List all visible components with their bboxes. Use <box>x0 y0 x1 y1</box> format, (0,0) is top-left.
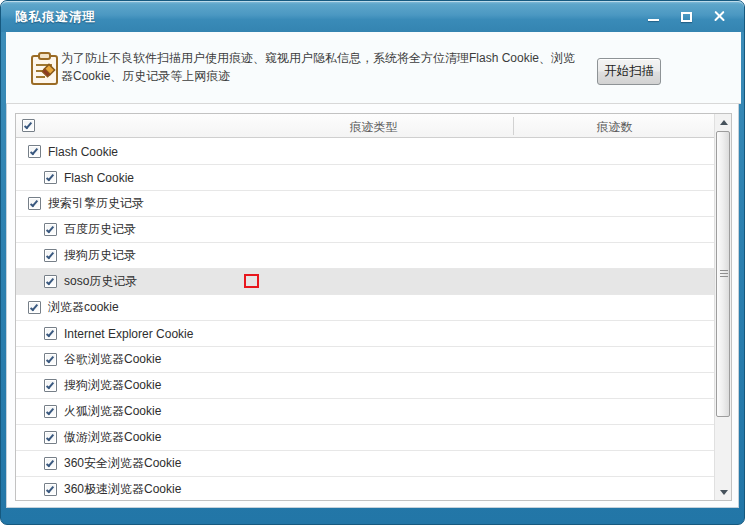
check-icon <box>46 484 54 493</box>
check-icon <box>46 172 54 181</box>
check-icon <box>46 250 54 259</box>
row-label: Flash Cookie <box>64 171 134 185</box>
table-row[interactable]: 搜狗浏览器Cookie <box>16 373 731 399</box>
check-icon <box>46 406 54 415</box>
row-label: 360极速浏览器Cookie <box>64 481 181 498</box>
row-checkbox[interactable] <box>44 223 57 236</box>
table-row[interactable]: 浏览器cookie <box>16 295 731 321</box>
row-label: 谷歌浏览器Cookie <box>64 351 161 368</box>
table-row[interactable]: Flash Cookie <box>16 139 731 165</box>
table-header: 痕迹类型 痕迹数 <box>16 114 731 138</box>
row-label: 火狐浏览器Cookie <box>64 403 161 420</box>
row-checkbox[interactable] <box>28 145 41 158</box>
check-icon <box>46 354 54 363</box>
scroll-down-button[interactable] <box>715 484 732 500</box>
row-checkbox[interactable] <box>44 379 57 392</box>
row-checkbox[interactable] <box>44 327 57 340</box>
table-row[interactable]: soso历史记录 <box>16 269 731 295</box>
row-label: 百度历史记录 <box>64 221 136 238</box>
table-row[interactable]: 360安全浏览器Cookie <box>16 451 731 477</box>
table-row[interactable]: 360极速浏览器Cookie <box>16 477 731 501</box>
row-checkbox[interactable] <box>44 249 57 262</box>
row-label: 搜狗浏览器Cookie <box>64 377 161 394</box>
maximize-button[interactable] <box>678 8 695 25</box>
row-checkbox[interactable] <box>44 457 57 470</box>
check-icon <box>30 302 38 311</box>
row-checkbox[interactable] <box>44 353 57 366</box>
close-button[interactable] <box>711 8 728 25</box>
check-icon <box>46 328 54 337</box>
row-label: 浏览器cookie <box>48 299 119 316</box>
titlebar: 隐私痕迹清理 <box>1 1 744 32</box>
start-scan-button[interactable]: 开始扫描 <box>597 58 661 85</box>
row-label: 360安全浏览器Cookie <box>64 455 181 472</box>
close-icon <box>713 10 726 23</box>
row-label: 搜狗历史记录 <box>64 247 136 264</box>
scrollbar-thumb[interactable] <box>716 131 730 417</box>
check-icon <box>46 380 54 389</box>
row-checkbox[interactable] <box>44 275 57 288</box>
table-row[interactable]: 百度历史记录 <box>16 217 731 243</box>
check-icon <box>46 458 54 467</box>
privacy-clean-window: 隐私痕迹清理 <box>0 0 745 525</box>
table-row[interactable]: 搜索引擎历史记录 <box>16 191 731 217</box>
row-checkbox[interactable] <box>28 301 41 314</box>
table-row[interactable]: Flash Cookie <box>16 165 731 191</box>
row-checkbox[interactable] <box>44 405 57 418</box>
scrollbar-grip-icon <box>720 270 728 279</box>
description-panel: 为了防止不良软件扫描用户使用痕迹、窥视用户隐私信息，系统将全方位清理Flash … <box>6 32 741 104</box>
row-label: Flash Cookie <box>48 145 118 159</box>
maximize-icon <box>681 12 692 22</box>
check-icon <box>46 224 54 233</box>
triangle-up-icon <box>720 120 728 125</box>
table-row[interactable]: 谷歌浏览器Cookie <box>16 347 731 373</box>
minimize-button[interactable] <box>645 8 662 25</box>
scroll-up-button[interactable] <box>715 114 732 130</box>
row-label: 搜索引擎历史记录 <box>48 195 144 212</box>
table-row[interactable]: Internet Explorer Cookie <box>16 321 731 347</box>
row-checkbox[interactable] <box>44 483 57 496</box>
table-row[interactable]: 傲游浏览器Cookie <box>16 425 731 451</box>
trace-table: 痕迹类型 痕迹数 Flash CookieFlash Cookie搜索引擎历史记… <box>15 113 732 501</box>
table-row[interactable]: 火狐浏览器Cookie <box>16 399 731 425</box>
row-checkbox[interactable] <box>44 171 57 184</box>
row-checkbox[interactable] <box>28 197 41 210</box>
triangle-down-icon <box>720 490 728 495</box>
row-checkbox[interactable] <box>44 431 57 444</box>
clipboard-pencil-icon <box>30 52 60 86</box>
vertical-scrollbar[interactable] <box>714 114 731 500</box>
row-label: soso历史记录 <box>64 273 137 290</box>
column-header-trace-count: 痕迹数 <box>513 119 716 136</box>
window-controls <box>645 1 728 32</box>
table-row[interactable]: 搜狗历史记录 <box>16 243 731 269</box>
check-icon <box>30 198 38 207</box>
description-text: 为了防止不良软件扫描用户使用痕迹、窥视用户隐私信息，系统将全方位清理Flash … <box>61 49 585 85</box>
content-area: 为了防止不良软件扫描用户使用痕迹、窥视用户隐私信息，系统将全方位清理Flash … <box>6 32 739 508</box>
check-icon <box>30 146 38 155</box>
row-label: Internet Explorer Cookie <box>64 327 193 341</box>
window-title: 隐私痕迹清理 <box>15 9 96 26</box>
row-label: 傲游浏览器Cookie <box>64 429 161 446</box>
check-icon <box>46 276 54 285</box>
minimize-icon <box>648 19 659 21</box>
table-body: Flash CookieFlash Cookie搜索引擎历史记录百度历史记录搜狗… <box>16 139 731 500</box>
annotation-red-box <box>244 274 259 288</box>
check-icon <box>46 432 54 441</box>
